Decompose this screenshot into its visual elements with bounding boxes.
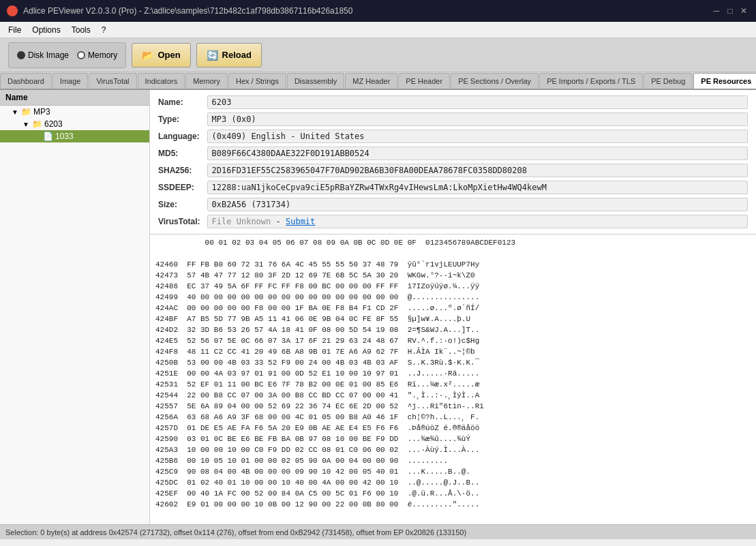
tab-virustotal[interactable]: VirusTotal — [89, 73, 136, 89]
main-layout: Name ▼📁MP3▼📁6203📄1033 Name:6203Type:MP3 … — [0, 90, 756, 524]
disk-image-radio[interactable]: Disk Image — [17, 50, 69, 60]
maximize-button[interactable]: □ — [725, 5, 736, 16]
tree-item-6203[interactable]: ▼📁6203 — [0, 118, 149, 130]
prop-label-1: Type: — [158, 112, 200, 126]
titlebar: Adlice PEViewer V2.0.3.0 (Pro) - Z:\adli… — [0, 0, 756, 22]
disk-image-radio-dot — [17, 51, 25, 59]
prop-label-7: VirusTotal: — [158, 215, 200, 228]
prop-value-7: File Unknown - Submit — [207, 215, 748, 228]
tab-pe-sections[interactable]: PE Sections / Overlay — [451, 73, 539, 89]
hex-content[interactable]: 00 01 02 03 04 05 06 07 08 09 0A 0B 0C 0… — [150, 234, 756, 524]
tabs-row: DashboardImageVirusTotalIndicatorsMemory… — [0, 72, 756, 90]
minimize-button[interactable]: ─ — [711, 5, 722, 16]
menu-item-?[interactable]: ? — [96, 24, 112, 36]
menu-item-options[interactable]: Options — [27, 24, 65, 36]
tab-memory[interactable]: Memory — [185, 73, 228, 89]
prop-label-6: Size: — [158, 198, 200, 211]
content-area: Name:6203Type:MP3 (0x0)Language:(0x409) … — [150, 90, 756, 524]
prop-value-3: B089F66C4380DAAE322F0D191ABB0524 — [207, 147, 748, 160]
prop-label-0: Name: — [158, 95, 200, 109]
tab-pe-resources[interactable]: PE Resources — [693, 73, 756, 89]
tab-dashboard[interactable]: Dashboard — [0, 73, 52, 89]
reload-label: Reload — [222, 50, 252, 60]
tree-label-6203: 6203 — [44, 119, 147, 129]
open-icon: 📂 — [142, 50, 153, 61]
tree-item-mp3[interactable]: ▼📁MP3 — [0, 106, 149, 118]
tree-toggle-mp3: ▼ — [11, 108, 19, 116]
sidebar-header: Name — [0, 90, 149, 106]
prop-label-2: Language: — [158, 130, 200, 143]
disk-image-label: Disk Image — [28, 50, 69, 60]
open-label: Open — [157, 50, 180, 60]
tab-indicators[interactable]: Indicators — [138, 73, 185, 89]
sidebar: Name ▼📁MP3▼📁6203📄1033 — [0, 90, 150, 524]
virustotal-unknown: File Unknown — [212, 217, 271, 226]
tree-label-mp3: MP3 — [33, 107, 147, 117]
tab-disassembly[interactable]: Disassembly — [287, 73, 344, 89]
status-text: Selection: 0 byte(s) at address 0x42574 … — [5, 528, 466, 536]
prop-value-2: (0x409) English - United States — [207, 130, 748, 143]
prop-label-5: SSDEEP: — [158, 181, 200, 194]
titlebar-controls: ─ □ ✕ — [711, 5, 749, 16]
tree-item-1033[interactable]: 📄1033 — [0, 130, 149, 142]
tab-hex-strings[interactable]: Hex / Strings — [228, 73, 286, 89]
tab-pe-header[interactable]: PE Header — [398, 73, 450, 89]
reload-button[interactable]: 🔄 Reload — [196, 43, 262, 67]
menubar: FileOptionsTools? — [0, 22, 756, 38]
open-button[interactable]: 📂 Open — [132, 43, 190, 67]
tree-icon-mp3: 📁 — [21, 107, 31, 117]
prop-value-0: 6203 — [207, 95, 748, 109]
prop-value-4: 2D16FD31EF55C2583965047F70AD902BA6B30F8A… — [207, 164, 748, 177]
tree-icon-1033: 📄 — [43, 132, 53, 141]
memory-radio[interactable]: Memory — [77, 50, 117, 60]
close-button[interactable]: ✕ — [738, 5, 749, 16]
menu-item-tools[interactable]: Tools — [66, 24, 96, 36]
properties-panel: Name:6203Type:MP3 (0x0)Language:(0x409) … — [150, 90, 756, 234]
tree-label-1033: 1033 — [55, 132, 147, 141]
reload-icon: 🔄 — [207, 50, 218, 61]
prop-value-1: MP3 (0x0) — [207, 112, 748, 126]
hex-viewer: 00 01 02 03 04 05 06 07 08 09 0A 0B 0C 0… — [150, 234, 756, 524]
titlebar-left: Adlice PEViewer V2.0.3.0 (Pro) - Z:\adli… — [7, 5, 352, 16]
tree-toggle-6203: ▼ — [22, 121, 30, 128]
memory-label: Memory — [88, 50, 117, 60]
tab-pe-imports[interactable]: PE Imports / Exports / TLS — [539, 73, 643, 89]
statusbar: Selection: 0 byte(s) at address 0x42574 … — [0, 524, 756, 539]
tab-pe-debug[interactable]: PE Debug — [644, 73, 693, 89]
memory-radio-dot — [77, 51, 85, 59]
tree-icon-6203: 📁 — [32, 119, 42, 129]
toolbar: Disk Image Memory 📂 Open 🔄 Reload — [0, 38, 756, 72]
tab-image[interactable]: Image — [52, 73, 89, 89]
titlebar-title: Adlice PEViewer V2.0.3.0 (Pro) - Z:\adli… — [23, 6, 352, 16]
source-radio-group: Disk Image Memory — [8, 42, 126, 68]
tab-mz-header[interactable]: MZ Header — [345, 73, 397, 89]
prop-value-5: 12288:uaN1jkoCeCpva9ciE5pRBaYZRw4TWxRg4v… — [207, 181, 748, 194]
prop-value-6: 0xB2A56 (731734) — [207, 198, 748, 211]
prop-label-4: SHA256: — [158, 164, 200, 177]
menu-item-file[interactable]: File — [3, 24, 27, 36]
app-icon — [7, 5, 18, 16]
prop-label-3: MD5: — [158, 147, 200, 160]
virustotal-submit[interactable]: Submit — [286, 217, 315, 226]
